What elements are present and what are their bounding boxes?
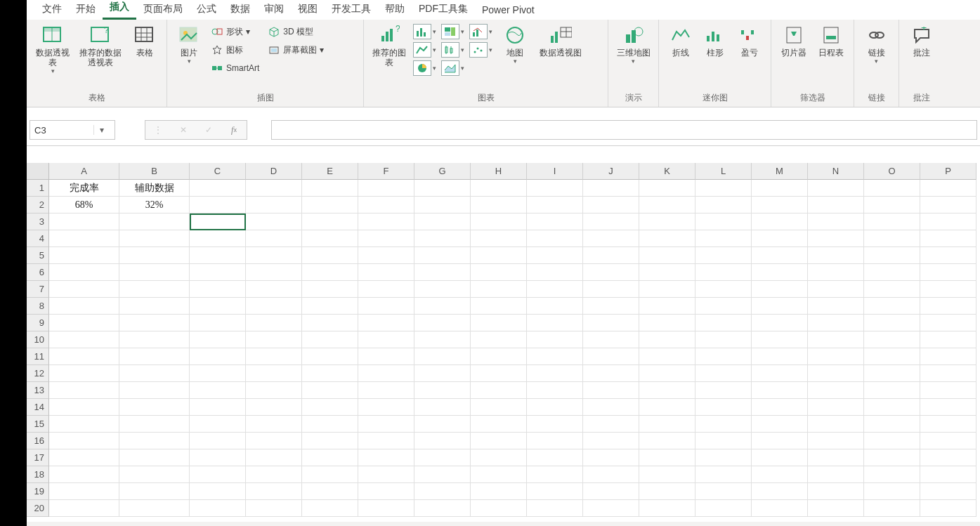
cell-E16[interactable] [302,433,358,449]
chevron-down-icon[interactable]: ▾ [93,125,109,135]
cell-F18[interactable] [358,466,414,483]
cell-B18[interactable] [119,466,190,483]
cell-N12[interactable] [808,365,864,382]
cell-P4[interactable] [920,230,976,247]
cell-O9[interactable] [864,315,920,331]
cell-K7[interactable] [639,281,695,298]
column-header-H[interactable]: H [471,163,527,180]
sparkline-column-button[interactable]: 柱形 [699,22,731,58]
link-button[interactable]: 链接 ▾ [860,22,893,65]
row-header-13[interactable]: 13 [27,382,49,399]
cell-M20[interactable] [752,500,808,517]
cell-H18[interactable] [471,466,527,483]
cell-I2[interactable] [527,197,583,213]
row-header-7[interactable]: 7 [27,281,49,298]
cell-B2[interactable]: 32% [119,197,190,213]
cell-G11[interactable] [414,348,471,365]
fx-icon[interactable]: fx [221,121,247,139]
cell-G16[interactable] [414,433,471,449]
cell-F4[interactable] [358,230,414,247]
cell-M4[interactable] [752,230,808,247]
cell-E3[interactable] [302,213,358,230]
slicer-button[interactable]: 切片器 [777,22,811,58]
cell-N8[interactable] [808,298,864,315]
cell-D14[interactable] [246,399,302,416]
cell-E5[interactable] [302,247,358,264]
row-header-15[interactable]: 15 [27,416,49,433]
cell-A13[interactable] [49,382,119,399]
cell-D17[interactable] [246,449,302,466]
column-header-O[interactable]: O [864,163,920,180]
cell-H13[interactable] [471,382,527,399]
cell-O11[interactable] [864,348,920,365]
cell-I7[interactable] [527,281,583,298]
column-header-A[interactable]: A [49,163,119,180]
cell-K13[interactable] [639,382,695,399]
cells-area[interactable]: 完成率辅助数据68%32% [49,180,980,522]
cell-A4[interactable] [49,230,119,247]
cell-E20[interactable] [302,500,358,517]
cell-K16[interactable] [639,433,695,449]
3dmap-button[interactable]: 三维地图 ▾ [614,22,653,65]
column-header-K[interactable]: K [639,163,695,180]
cell-H5[interactable] [471,247,527,264]
cell-O17[interactable] [864,449,920,466]
cell-F12[interactable] [358,365,414,382]
cell-G8[interactable] [414,298,471,315]
cell-J16[interactable] [583,433,639,449]
cell-F20[interactable] [358,500,414,517]
cell-K11[interactable] [639,348,695,365]
cell-B3[interactable] [119,213,190,230]
row-header-8[interactable]: 8 [27,298,49,315]
cell-O12[interactable] [864,365,920,382]
row-header-9[interactable]: 9 [27,315,49,331]
cell-H12[interactable] [471,365,527,382]
column-header-G[interactable]: G [414,163,471,180]
row-header-10[interactable]: 10 [27,331,49,348]
column-header-N[interactable]: N [808,163,864,180]
row-header-16[interactable]: 16 [27,433,49,449]
cell-N16[interactable] [808,433,864,449]
cell-K14[interactable] [639,399,695,416]
cell-P1[interactable] [920,180,976,197]
cell-A1[interactable]: 完成率 [49,180,119,197]
combo-chart-button[interactable] [469,24,488,39]
cell-D12[interactable] [246,365,302,382]
row-header-17[interactable]: 17 [27,449,49,466]
line-chart-button[interactable] [413,42,431,58]
cell-P8[interactable] [920,298,976,315]
scatter-chart-button[interactable] [469,42,488,58]
cell-N7[interactable] [808,281,864,298]
cell-O5[interactable] [864,247,920,264]
cell-E12[interactable] [302,365,358,382]
recommended-charts-button[interactable]: ? 推荐的图表 [370,22,409,67]
smartart-button[interactable]: SmartArt [208,59,262,77]
cell-G2[interactable] [414,197,471,213]
cell-A9[interactable] [49,315,119,331]
cell-D6[interactable] [246,264,302,281]
cell-M1[interactable] [752,180,808,197]
cell-B11[interactable] [119,348,190,365]
cell-C8[interactable] [190,298,246,315]
cell-C15[interactable] [190,416,246,433]
cell-I13[interactable] [527,382,583,399]
cell-F13[interactable] [358,382,414,399]
cell-P13[interactable] [920,382,976,399]
cell-E14[interactable] [302,399,358,416]
cell-D15[interactable] [246,416,302,433]
cell-F15[interactable] [358,416,414,433]
cell-D16[interactable] [246,433,302,449]
cell-A11[interactable] [49,348,119,365]
menu-item-10[interactable]: PDF工具集 [412,0,475,20]
cell-N4[interactable] [808,230,864,247]
column-header-D[interactable]: D [246,163,302,180]
cell-N1[interactable] [808,180,864,197]
cell-L16[interactable] [695,433,752,449]
cell-J20[interactable] [583,500,639,517]
cell-C16[interactable] [190,433,246,449]
cell-B10[interactable] [119,331,190,348]
row-header-20[interactable]: 20 [27,500,49,517]
picture-button[interactable]: 图片 ▾ [173,22,205,65]
cell-K17[interactable] [639,449,695,466]
cell-J6[interactable] [583,264,639,281]
